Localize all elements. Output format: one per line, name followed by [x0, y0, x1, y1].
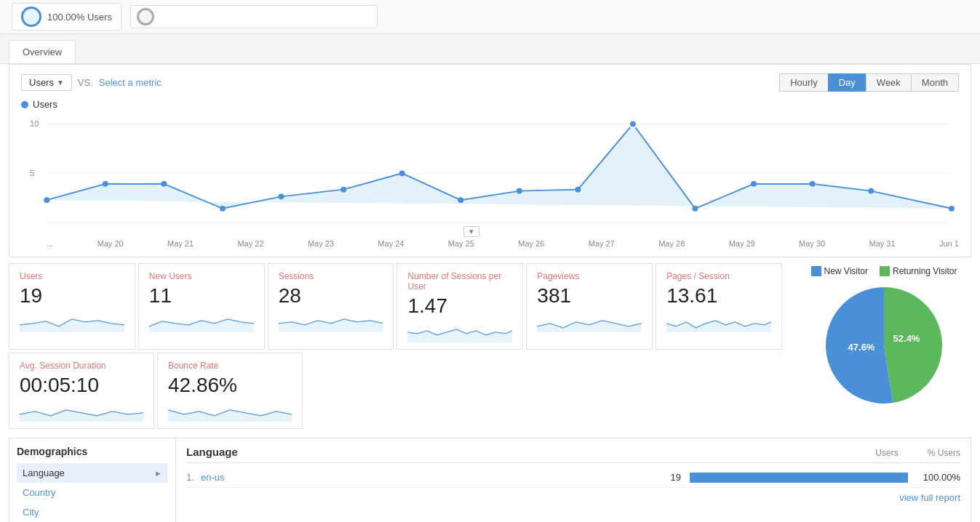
dropdown-arrow-icon: ▼: [57, 79, 64, 87]
data-point: [692, 206, 698, 212]
x-label: ...: [47, 239, 53, 248]
view-full-report-link[interactable]: view full report: [899, 492, 960, 503]
users-col-header: Users: [875, 448, 898, 458]
x-label: May 27: [589, 239, 615, 248]
x-label: May 29: [729, 239, 755, 248]
x-label: May 26: [518, 239, 544, 248]
chart-legend-dot: [21, 101, 28, 108]
demographics-item-city[interactable]: City: [17, 502, 168, 522]
overview-tab[interactable]: Overview: [9, 40, 76, 63]
hourly-button[interactable]: Hourly: [779, 73, 829, 92]
returning-visitor-pct-label: 47.6%: [848, 342, 875, 353]
new-visitor-legend-label: New Visitor: [824, 266, 868, 276]
metric-value: 19: [20, 284, 124, 308]
pct-users-col-header: % Users: [928, 448, 960, 458]
metric-title: Avg. Session Duration: [20, 361, 143, 371]
data-point: [868, 188, 874, 194]
x-label: May 20: [97, 239, 124, 248]
chart-legend-label: Users: [33, 99, 57, 110]
metric-value: 13.61: [666, 284, 771, 308]
metric-card-pages-per-session: Pages / Session 13.61: [656, 263, 782, 350]
sparkline-pageviews: [537, 310, 642, 332]
returning-visitor-legend-label: Returning Visitor: [893, 266, 957, 276]
day-button[interactable]: Day: [828, 73, 867, 92]
data-point: [575, 187, 581, 193]
sparkline-sessions-per-user: [407, 321, 512, 342]
svg-marker-9: [537, 321, 642, 332]
row-bar-container: [690, 473, 908, 483]
metric-value: 1.47: [407, 294, 512, 318]
svg-marker-12: [168, 410, 292, 422]
data-point: [949, 206, 955, 212]
pie-chart-svg: 47.6% 52.4%: [822, 284, 946, 407]
chart-toggle-icon[interactable]: ▼: [463, 225, 479, 236]
data-point: [103, 181, 108, 187]
sparkline-sessions: [279, 310, 383, 332]
chart-area-fill: [47, 124, 952, 209]
metric-value: 28: [279, 284, 383, 308]
week-button[interactable]: Week: [866, 73, 912, 92]
metric-title: Pageviews: [537, 271, 642, 281]
row-value: 19: [652, 472, 681, 483]
row-label[interactable]: en-us: [201, 472, 652, 483]
sparkline-pages-per-session: [666, 310, 771, 332]
chart-section: Users ▼ VS. Select a metric Hourly Day W…: [9, 64, 971, 257]
data-point: [399, 171, 405, 177]
x-label: May 23: [308, 239, 334, 248]
data-point: [278, 193, 284, 199]
demographics-item-language[interactable]: Language ►: [17, 463, 168, 483]
metric-title: Users: [20, 271, 124, 281]
x-label: May 30: [799, 239, 825, 248]
svg-marker-7: [279, 319, 383, 332]
language-table-panel: Language Users % Users 1. en-us 19 100.0…: [176, 438, 971, 522]
circle-icon-2: [137, 8, 154, 25]
language-table-row: 1. en-us 19 100.00%: [186, 467, 960, 488]
row-num: 1.: [186, 472, 201, 483]
x-label: Jun 1: [939, 239, 959, 248]
month-button[interactable]: Month: [911, 73, 959, 92]
language-item-label: Language: [23, 467, 154, 478]
metric-label: Users: [29, 77, 54, 88]
metric-title: Number of Sessions per User: [407, 271, 512, 292]
metric-dropdown[interactable]: Users ▼: [21, 74, 72, 91]
pie-returning-visitor: [884, 287, 942, 403]
sparkline-users: [20, 310, 124, 332]
metric-value: 381: [537, 284, 642, 308]
new-visitor-legend-color: [811, 266, 821, 276]
line-chart-svg: 10 5: [21, 114, 959, 227]
new-visitor-pct-label: 52.4%: [893, 333, 920, 344]
metric-card-sessions: Sessions 28: [268, 263, 394, 350]
metric-title: Bounce Rate: [168, 361, 292, 371]
sparkline-avg-session: [20, 400, 143, 422]
metric-value: 11: [149, 284, 254, 308]
x-label: May 25: [448, 239, 474, 248]
metric-card-avg-session: Avg. Session Duration 00:05:10: [9, 353, 154, 429]
x-label: May 31: [869, 239, 896, 248]
sparkline-new-users: [149, 310, 254, 332]
metric-card-sessions-per-user: Number of Sessions per User 1.47: [397, 263, 523, 350]
svg-text:5: 5: [30, 169, 34, 177]
metric-title: New Users: [149, 271, 254, 281]
x-axis-labels: ... May 20 May 21 May 22 May 23 May 24 M…: [21, 238, 959, 248]
chart-area: 10 5: [21, 114, 959, 238]
data-point: [810, 181, 816, 187]
svg-marker-8: [407, 329, 512, 342]
select-metric-link[interactable]: Select a metric: [99, 77, 162, 88]
metric-card-bounce-rate: Bounce Rate 42.86%: [157, 353, 303, 429]
data-point: [517, 188, 522, 194]
metric-card-new-users: New Users 11: [138, 263, 265, 350]
metric-title: Pages / Session: [666, 271, 771, 281]
vs-label: VS.: [78, 77, 93, 88]
x-label: May 21: [167, 239, 194, 248]
metric-value: 00:05:10: [20, 374, 143, 397]
data-point: [340, 187, 346, 193]
data-point: [220, 206, 226, 212]
data-point: [161, 181, 167, 187]
metric-title: Sessions: [279, 271, 383, 281]
pie-chart-section: New Visitor Returning Visitor: [797, 263, 971, 432]
sparkline-bounce-rate: [168, 400, 292, 422]
demographics-panel: Demographics Language ► Country City: [9, 438, 176, 522]
demographics-item-country[interactable]: Country: [17, 483, 168, 502]
circle-icon: [21, 7, 41, 27]
x-label: May 28: [658, 239, 685, 248]
